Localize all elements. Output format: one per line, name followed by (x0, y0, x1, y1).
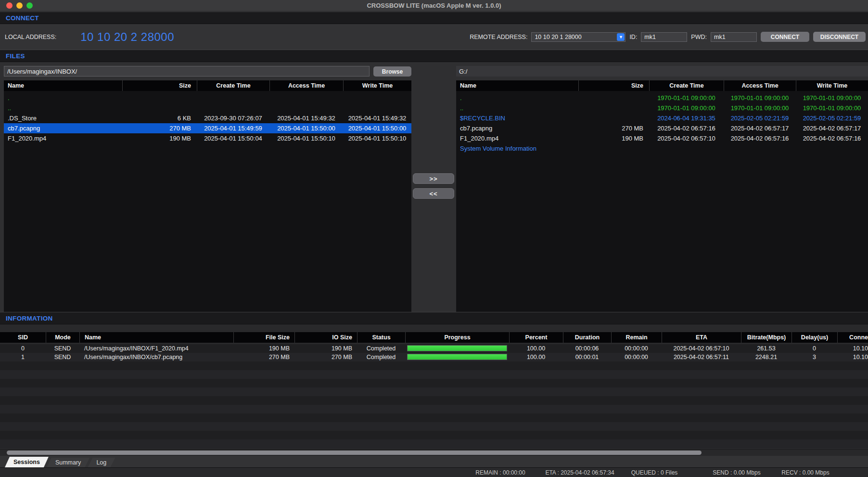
file-access-time (269, 93, 343, 103)
session-row[interactable]: 0SEND/Users/magingax/INBOX/F1_2020.mp419… (0, 344, 868, 353)
column-header-create-time[interactable]: Create Time (197, 80, 269, 91)
file-access-time: 2025-04-01 15:50:10 (269, 133, 343, 143)
file-access-time: 2025-02-05 02:21:59 (724, 113, 796, 123)
file-row[interactable]: .DS_Store6 KB2023-09-30 07:26:072025-04-… (4, 113, 411, 123)
column-header-access-time[interactable]: Access Time (269, 80, 343, 91)
window-title: CROSSBOW LITE (macOS Apple M ver. 1.0.0) (0, 2, 868, 9)
browse-button[interactable]: Browse (373, 66, 411, 77)
connect-button[interactable]: CONNECT (761, 32, 809, 42)
column-header-name[interactable]: Name (79, 332, 233, 343)
file-create-time: 1970-01-01 09:00:00 (649, 103, 724, 113)
empty-row (0, 379, 868, 387)
column-header-status[interactable]: Status (357, 332, 405, 343)
column-header-write-time[interactable]: Write Time (796, 80, 868, 91)
local-files-panel: Browse NameSizeCreate TimeAccess TimeWri… (4, 66, 411, 312)
empty-row (0, 361, 868, 370)
column-header-name[interactable]: Name (4, 80, 122, 91)
file-write-time: 2025-04-01 15:50:10 (343, 133, 411, 143)
horizontal-scrollbar-thumb[interactable] (7, 451, 702, 455)
minimize-button[interactable] (16, 2, 23, 9)
file-row[interactable]: .. (4, 103, 411, 113)
column-header-duration[interactable]: Duration (563, 332, 611, 343)
remote-connect-group: REMOTE ADDRESS: ▼ ID: PWD: CONNECT DISCO… (470, 32, 866, 42)
file-row[interactable]: ..1970-01-01 09:00:001970-01-01 09:00:00… (456, 103, 868, 113)
remote-file-table: NameSizeCreate TimeAccess TimeWrite Time… (456, 80, 868, 312)
file-row[interactable]: cb7.pcapng270 MB2025-04-02 06:57:162025-… (456, 123, 868, 133)
file-write-time: 2025-04-01 15:50:00 (343, 123, 411, 133)
file-name: System Volume Information (456, 143, 578, 154)
file-create-time: 2024-06-04 19:31:35 (649, 113, 724, 123)
column-header-io-size[interactable]: IO Size (294, 332, 357, 343)
status-bar: REMAIN : 00:00:00 ETA : 2025-04-02 06:57… (0, 467, 868, 477)
send-left-button[interactable]: << (413, 188, 454, 199)
disconnect-button[interactable]: DISCONNECT (813, 32, 866, 42)
file-access-time: 2025-04-01 15:50:00 (269, 123, 343, 133)
traffic-lights (0, 2, 33, 9)
file-size: 190 MB (122, 133, 197, 143)
file-row[interactable]: F1_2020.mp4190 MB2025-04-01 15:50:042025… (4, 133, 411, 143)
pwd-label: PWD: (691, 34, 707, 40)
session-percent: 100.00 (509, 344, 563, 353)
column-header-bitrate-mbps-[interactable]: Bitrate(Mbps) (741, 332, 791, 343)
file-write-time: 2025-04-02 06:57:17 (796, 123, 868, 133)
tab-log[interactable]: Log (88, 458, 115, 467)
file-row[interactable]: cb7.pcapng270 MB2025-04-01 15:49:592025-… (4, 123, 411, 133)
file-name: .. (456, 103, 578, 113)
session-row[interactable]: 1SEND/Users/magingax/INBOX/cb7.pcapng270… (0, 353, 868, 361)
file-name: cb7.pcapng (4, 123, 122, 133)
id-field[interactable] (641, 32, 687, 42)
column-header-mode[interactable]: Mode (46, 332, 79, 343)
file-row[interactable]: System Volume Information (456, 143, 868, 154)
remote-address-label: REMOTE ADDRESS: (470, 34, 527, 40)
column-header-conne[interactable]: Conne (837, 332, 868, 343)
column-header-access-time[interactable]: Access Time (724, 80, 796, 91)
file-create-time: 2023-09-30 07:26:07 (197, 113, 269, 123)
column-header-remain[interactable]: Remain (611, 332, 662, 343)
file-write-time: 2025-04-02 06:57:16 (796, 133, 868, 143)
file-size (578, 93, 649, 103)
local-path-input[interactable] (4, 66, 370, 77)
column-header-sid[interactable]: SID (0, 332, 46, 343)
column-header-create-time[interactable]: Create Time (649, 80, 724, 91)
session-conn: 10.10 (837, 344, 868, 353)
progress-bar-fill (408, 346, 507, 351)
column-header-percent[interactable]: Percent (509, 332, 563, 343)
column-header-size[interactable]: Size (122, 80, 197, 91)
file-row[interactable]: . (4, 93, 411, 103)
bottom-tab-bar: SessionsSummaryLog (0, 456, 868, 467)
chevron-down-icon[interactable]: ▼ (617, 33, 625, 41)
send-right-button[interactable]: >> (413, 173, 454, 184)
column-header-name[interactable]: Name (456, 80, 578, 91)
session-sid: 0 (0, 344, 46, 353)
zoom-button[interactable] (26, 2, 33, 9)
column-header-size[interactable]: Size (578, 80, 649, 91)
pwd-field[interactable] (711, 32, 757, 42)
title-bar: CROSSBOW LITE (macOS Apple M ver. 1.0.0) (0, 0, 868, 12)
remote-address-input[interactable] (531, 32, 625, 42)
local-address-group: LOCAL ADDRESS: 10 10 20 2 28000 (5, 30, 174, 44)
session-percent: 100.00 (509, 353, 563, 361)
column-header-delay-us-[interactable]: Delay(us) (791, 332, 837, 343)
column-header-file-size[interactable]: File Size (233, 332, 294, 343)
tab-summary[interactable]: Summary (47, 458, 89, 467)
file-row[interactable]: F1_2020.mp4190 MB2025-04-02 06:57:102025… (456, 133, 868, 143)
empty-row (0, 387, 868, 396)
tab-sessions[interactable]: Sessions (5, 457, 49, 467)
column-header-write-time[interactable]: Write Time (343, 80, 411, 91)
file-row[interactable]: $RECYCLE.BIN2024-06-04 19:31:352025-02-0… (456, 113, 868, 123)
file-row[interactable]: .1970-01-01 09:00:001970-01-01 09:00:001… (456, 93, 868, 103)
column-header-eta[interactable]: ETA (662, 332, 741, 343)
column-header-progress[interactable]: Progress (405, 332, 509, 343)
information-table-header: SIDModeNameFile SizeIO SizeStatusProgres… (0, 332, 868, 343)
file-access-time (724, 143, 796, 154)
session-file-size: 270 MB (233, 353, 294, 361)
session-sid: 1 (0, 353, 46, 361)
connect-panel: LOCAL ADDRESS: 10 10 20 2 28000 REMOTE A… (0, 24, 868, 50)
file-create-time (197, 93, 269, 103)
status-send: SEND : 0.00 Mbps (713, 469, 760, 476)
file-write-time (343, 103, 411, 113)
file-name: F1_2020.mp4 (456, 133, 578, 143)
close-button[interactable] (6, 2, 13, 9)
remote-address-combobox[interactable]: ▼ (531, 32, 625, 42)
remote-path-label: G:/ (456, 66, 868, 77)
